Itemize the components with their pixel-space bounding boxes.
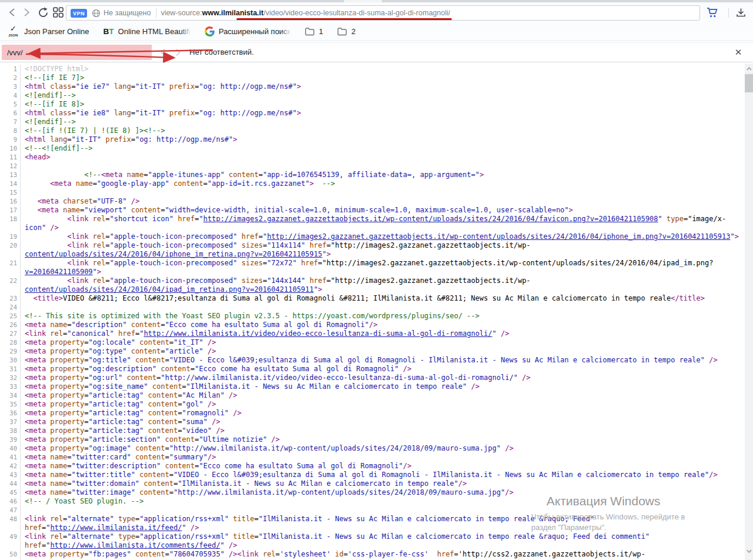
line-number: 50 [0, 550, 21, 559]
line-number: 27 [0, 329, 21, 338]
source-text: <link rel="canonical" href="http://www.i… [21, 329, 509, 338]
back-button[interactable] [5, 4, 20, 21]
address-separator [156, 8, 156, 18]
find-input[interactable] [2, 45, 152, 60]
source-line: 38<meta property="article:tag" content="… [0, 426, 745, 435]
find-next-button[interactable] [172, 46, 185, 59]
download-icon [736, 8, 746, 18]
reload-icon [38, 7, 49, 18]
source-line: v=20160421105909"> [0, 268, 745, 276]
source-link[interactable]: http://www.ilmilanista.it/feed/ [50, 524, 182, 532]
source-text: <meta property="article:tag" content="su… [21, 418, 220, 426]
source-link[interactable]: http://images2.gazzanet.gazzettaobjects.… [204, 215, 658, 223]
source-line: 46<!-- / Yoast SEO plugin. --> [0, 497, 745, 506]
source-line: 8<!--[if !(IE 7) | !(IE 8) ]><!--> [0, 126, 745, 135]
line-number: 4 [0, 91, 21, 100]
source-text: <meta name="twitter:image" content="http… [21, 488, 514, 497]
bookmark-label: Json Parser Online [24, 27, 89, 36]
bookmarks-bar: ✓ JSON Json Parser Online BT Online HTML… [0, 22, 753, 41]
source-text: <!-- / Yoast SEO plugin. --> [21, 497, 144, 506]
source-line: 33<meta property="og:site_name" content=… [0, 382, 745, 391]
line-number: 33 [0, 382, 21, 391]
source-line: 7<![endif]--> [0, 118, 745, 126]
line-number: 43 [0, 471, 21, 479]
vpn-badge[interactable]: VPN [71, 9, 87, 18]
source-text: <meta name="twitter:description" content… [21, 462, 412, 471]
source-text: <meta name="twitter:card" content="summa… [21, 453, 216, 462]
scroll-down-icon[interactable] [745, 547, 753, 555]
source-line: href="http://www.ilmilanista.it/comments… [0, 541, 745, 550]
source-line: 4<![endif]--> [0, 91, 745, 100]
find-close-button[interactable]: ✕ [732, 46, 745, 59]
url-red-underline-annotation [236, 18, 452, 20]
source-text: href="http://www.ilmilanista.it/comments… [21, 541, 237, 550]
bookmark-advanced-search[interactable]: Расширенный поиск [205, 26, 291, 36]
tableau-button[interactable] [51, 4, 66, 21]
url-text[interactable]: view-source:www.ilmilanista.it/video/vid… [161, 9, 450, 17]
cart-button[interactable] [705, 4, 720, 21]
forward-button[interactable] [19, 4, 34, 21]
source-text: v=20160421105909"> [21, 268, 101, 276]
bookmark-json-parser[interactable]: ✓ JSON Json Parser Online [8, 26, 89, 38]
source-text: <meta property="fb:pages" content="78604… [21, 550, 645, 559]
line-number: 32 [0, 374, 21, 382]
chevron-left-icon [160, 48, 166, 56]
source-text: <meta name="twitter:domain" content="IlM… [21, 479, 467, 488]
find-previous-button[interactable] [156, 46, 169, 59]
source-text: <meta name="twitter:title" content="VIDE… [21, 471, 718, 479]
source-text: <html class="ie ie7" lang="it-IT" prefix… [21, 82, 301, 91]
source-line: 26<meta name="description" content="Ecco… [0, 321, 745, 329]
bookmark-label: Online HTML Beautifi [118, 27, 191, 36]
source-link[interactable]: http://www.ilmilanista.it/comments/feed/ [50, 541, 220, 549]
bookmark-folder-1[interactable]: 1 [305, 27, 323, 36]
download-button[interactable] [733, 4, 748, 21]
source-text: href="http://www.ilmilanista.it/feed/" /… [21, 524, 199, 532]
line-number: 41 [0, 453, 21, 462]
reload-button[interactable] [35, 4, 51, 21]
source-text: <!--[if IE 7]> [21, 74, 84, 82]
source-line: 37<meta property="article:tag" content="… [0, 418, 745, 426]
line-number [0, 285, 21, 294]
line-number: 34 [0, 391, 21, 400]
scrollbar-thumb[interactable] [745, 74, 753, 92]
back-icon [9, 8, 16, 16]
line-number: 23 [0, 294, 21, 303]
bookmark-label: 1 [319, 27, 323, 36]
line-number: 14 [0, 179, 21, 188]
source-link[interactable]: content/uploads/sites/24/2016/04/iphone_… [25, 250, 322, 258]
source-link[interactable]: content/uploads/sites/24/2016/04/ipad_im… [25, 285, 314, 294]
source-link[interactable]: v=20160421105909 [25, 268, 93, 276]
source-text: <![endif]--> [21, 91, 76, 100]
line-number: 36 [0, 409, 21, 418]
source-link[interactable]: http://www.ilmilanista.it/video/video-ec… [144, 329, 492, 338]
line-number: 6 [0, 109, 21, 118]
close-icon: ✕ [735, 47, 742, 58]
source-text: <title>VIDEO &#8211; Ecco l&#8217;esulta… [21, 294, 705, 303]
line-number [0, 224, 21, 232]
source-link[interactable]: http://images2.gazzanet.gazzettaobjects.… [267, 232, 730, 241]
line-number: 47 [0, 506, 21, 515]
source-line: 5<!--[if IE 8]> [0, 100, 745, 109]
line-number: 15 [0, 188, 21, 197]
line-number: 5 [0, 100, 21, 109]
source-text: <link rel="apple-touch-icon-precomposed"… [21, 259, 713, 268]
source-line: 1<!DOCTYPE html> [0, 65, 745, 74]
bookmark-html-beautifier[interactable]: BT Online HTML Beautifi [104, 27, 191, 36]
source-text: <link rel="shortcut icon" href="http://i… [21, 215, 726, 224]
source-line: 17 <meta name="viewport" content="width=… [0, 206, 745, 215]
scroll-up-icon[interactable] [745, 65, 753, 73]
source-line: 18 <link rel="shortcut icon" href="http:… [0, 215, 745, 224]
source-text: <meta property="article:tag" content="ro… [21, 409, 242, 418]
source-text: <meta property="og:locale" content="it_I… [21, 338, 216, 347]
source-text: <meta property="og:site_name" content="I… [21, 382, 479, 391]
line-number: 9 [0, 135, 21, 144]
bookmark-folder-2[interactable]: 2 [337, 27, 355, 36]
line-number: 3 [0, 82, 21, 91]
source-line: 31<meta property="og:description" conten… [0, 365, 745, 374]
vertical-scrollbar[interactable] [745, 64, 753, 560]
security-label[interactable]: Не защищено [104, 9, 151, 17]
globe-icon[interactable] [92, 9, 101, 18]
source-line: 36<meta property="article:tag" content="… [0, 409, 745, 418]
source-line: 24 [0, 303, 745, 312]
source-text: <meta property="article:tag" content="Ac… [21, 391, 237, 400]
